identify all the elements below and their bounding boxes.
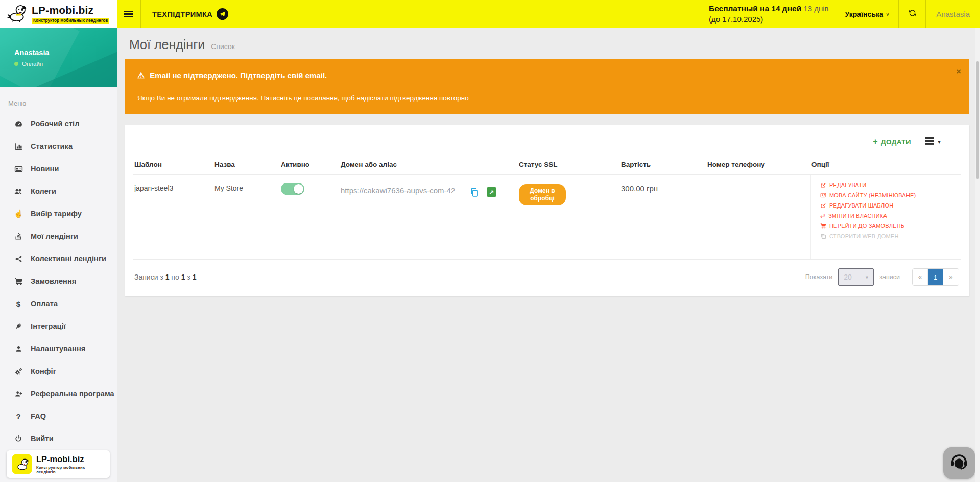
page-title: Мої лендінги bbox=[129, 37, 205, 52]
sidebar-item-integrations[interactable]: Інтеграції bbox=[0, 315, 117, 337]
page-subtitle: Список bbox=[211, 42, 235, 51]
sidebar-item-dashboard[interactable]: Робочий стіл bbox=[0, 112, 117, 135]
email-warning-banner: ⚠ Email не підтверджено. Підтвердіть сві… bbox=[125, 59, 969, 114]
username: Anastasia bbox=[936, 10, 970, 18]
sidebar-item-orders[interactable]: Замовлення bbox=[0, 270, 117, 292]
page-1-button[interactable]: 1 bbox=[928, 269, 943, 285]
pagination: « 1 » bbox=[912, 268, 959, 286]
records-label: записи bbox=[879, 273, 900, 281]
option-change-owner[interactable]: ⇄ ЗМІНИТИ ВЛАСНИКА bbox=[820, 213, 958, 219]
trial-plan-label: Бесплатный на 14 дней bbox=[709, 4, 801, 13]
grid-icon bbox=[925, 137, 934, 147]
col-price: Вартість bbox=[620, 153, 706, 174]
plus-icon: + bbox=[873, 137, 878, 146]
trial-status: Бесплатный на 14 дней 13 днів (до 17.10.… bbox=[709, 4, 836, 25]
divider bbox=[243, 0, 243, 28]
sidebar-item-config[interactable]: Конфіг bbox=[0, 360, 117, 382]
col-options: Опції bbox=[810, 153, 961, 174]
user-menu[interactable]: Anastasia bbox=[926, 0, 980, 28]
clone-icon bbox=[820, 233, 826, 239]
language-selector[interactable]: Українська ˅ bbox=[836, 0, 899, 28]
sidebar-item-referral[interactable]: Реферальна програма bbox=[0, 382, 117, 405]
show-label: Показати bbox=[805, 273, 833, 281]
dashboard-icon bbox=[13, 120, 23, 128]
refresh-icon bbox=[908, 9, 917, 19]
dollar-icon: $ bbox=[13, 300, 23, 308]
dog-mascot-icon bbox=[12, 454, 32, 474]
menu-toggle-button[interactable] bbox=[117, 0, 140, 28]
columns-toggle-button[interactable]: ▾ bbox=[925, 137, 941, 147]
chevron-down-icon: ▾ bbox=[938, 138, 941, 145]
next-page-button[interactable]: » bbox=[943, 269, 959, 285]
user-plus-icon bbox=[13, 390, 23, 398]
brand-name: LP-mobi.biz bbox=[32, 4, 93, 16]
sidebar-item-statistics[interactable]: Статистика bbox=[0, 135, 117, 157]
table-row: japan-steel3 My Store ↗ bbox=[133, 175, 961, 260]
support-chat-button[interactable] bbox=[943, 447, 975, 479]
copy-icon[interactable] bbox=[469, 187, 480, 199]
active-toggle[interactable] bbox=[281, 183, 304, 195]
share-icon bbox=[13, 255, 23, 263]
sidebar-item-settings[interactable]: Налаштування bbox=[0, 337, 117, 360]
refresh-button[interactable] bbox=[899, 0, 925, 28]
page-size-select[interactable]: 20 ˅ bbox=[838, 268, 874, 286]
header-logo[interactable]: LP-mobi.biz Конструктор мобильных лендин… bbox=[0, 0, 117, 28]
power-icon bbox=[13, 434, 23, 443]
sidebar-item-news[interactable]: Новини bbox=[0, 157, 117, 180]
bar-chart-icon bbox=[13, 142, 23, 151]
col-domain: Домен або аліас bbox=[340, 153, 518, 174]
user-icon bbox=[13, 345, 23, 353]
landings-icon bbox=[13, 232, 23, 240]
sidebar-nav: Робочий стіл Статистика Новини Колеги bbox=[0, 112, 117, 450]
sidebar-item-payment[interactable]: $ Оплата bbox=[0, 292, 117, 315]
option-edit-template[interactable]: РЕДАГУВАТИ ШАБЛОН bbox=[820, 202, 958, 209]
scrollbar-thumb[interactable] bbox=[976, 61, 979, 179]
landings-card: + ДОДАТИ ▾ Шаблон Назва Активно Домен аб… bbox=[125, 125, 969, 296]
headset-icon bbox=[949, 452, 969, 474]
table-header-row: Шаблон Назва Активно Домен або аліас Ста… bbox=[133, 153, 961, 175]
chevron-down-icon: ˅ bbox=[865, 274, 868, 280]
sidebar: Anastasia Онлайн Меню Робочий стіл Стати… bbox=[0, 28, 117, 482]
chevron-down-icon: ˅ bbox=[886, 11, 889, 17]
option-go-to-orders[interactable]: ПЕРЕЙТИ ДО ЗАМОВЛЕНЬ bbox=[820, 223, 958, 229]
trial-days-left: 13 днів bbox=[803, 4, 828, 13]
online-status-label: Онлайн bbox=[22, 61, 43, 67]
domain-input[interactable] bbox=[341, 186, 462, 198]
language-icon bbox=[820, 192, 826, 198]
cell-phone bbox=[706, 175, 810, 259]
landings-table: Шаблон Назва Активно Домен або аліас Ста… bbox=[133, 153, 961, 260]
sidebar-user-panel: Anastasia Онлайн bbox=[0, 28, 117, 87]
option-create-web-domain: СТВОРИТИ WEB-ДОМЕН bbox=[820, 233, 958, 239]
sidebar-item-tariff[interactable]: ☝ Вибір тарифу bbox=[0, 202, 117, 225]
sidebar-item-logout[interactable]: Вийти bbox=[0, 427, 117, 450]
sidebar-footer-logo[interactable]: LP-mobi.biz Конструктор мобільних лендін… bbox=[7, 450, 110, 478]
dog-mascot-icon bbox=[5, 3, 28, 26]
edit-icon bbox=[820, 182, 826, 188]
sidebar-item-my-landings[interactable]: Мої лендінги bbox=[0, 225, 117, 247]
hand-pointer-icon: ☝ bbox=[13, 209, 23, 218]
add-button[interactable]: + ДОДАТИ bbox=[873, 137, 911, 146]
cell-template: japan-steel3 bbox=[133, 175, 213, 259]
users-icon bbox=[13, 187, 23, 196]
sidebar-item-faq[interactable]: ? FAQ bbox=[0, 405, 117, 427]
option-site-language[interactable]: МОВА САЙТУ (НЕЗМІНЮВАНЕ) bbox=[820, 192, 958, 198]
option-edit[interactable]: РЕДАГУВАТИ bbox=[820, 182, 958, 188]
plug-icon bbox=[13, 322, 23, 330]
brand-name: LP-mobi.biz bbox=[36, 454, 105, 464]
news-icon bbox=[13, 165, 23, 173]
resend-confirmation-link[interactable]: Натисніть це посилання, щоб надіслати пі… bbox=[261, 94, 469, 102]
close-icon[interactable]: × bbox=[956, 66, 961, 77]
scrollbar[interactable] bbox=[975, 0, 980, 482]
cell-price: 300.00 грн bbox=[620, 175, 706, 259]
prev-page-button[interactable]: « bbox=[913, 269, 928, 285]
question-icon: ? bbox=[13, 412, 23, 421]
support-link[interactable]: ТЕХПІДТРИМКА bbox=[141, 0, 243, 28]
sidebar-item-colleagues[interactable]: Колеги bbox=[0, 180, 117, 202]
external-link-icon[interactable]: ↗ bbox=[487, 187, 496, 197]
telegram-icon bbox=[217, 8, 228, 20]
app-root: LP-mobi.biz Конструктор мобильных лендин… bbox=[0, 0, 980, 482]
col-active: Активно bbox=[280, 153, 340, 174]
trial-until: (до 17.10.2025) bbox=[709, 14, 829, 25]
sidebar-item-collective-landings[interactable]: Колективні лендінги bbox=[0, 247, 117, 270]
cell-options: РЕДАГУВАТИ МОВА САЙТУ (НЕЗМІНЮВАНЕ) bbox=[810, 175, 961, 259]
